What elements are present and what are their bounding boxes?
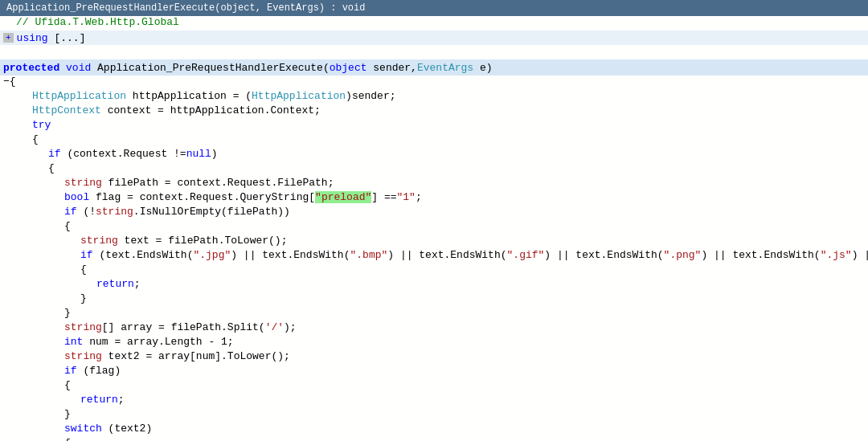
comment-line: // Ufida.T.Web.Http.Global [0,16,868,31]
text-decl: string text = filePath.ToLower(); [0,235,868,249]
string-kw2: string [96,206,133,218]
if-null-check: if (context.Request != null ) [0,148,868,162]
if-kw4: if [64,365,77,377]
string-kw4: string [64,321,102,333]
title-bar: Application_PreRequestHandlerExecute(obj… [0,0,868,16]
comment-text: // Ufida.T.Web.Http.Global [16,16,179,28]
function-header: protected void Application_PreRequestHan… [0,59,868,76]
if-endswith-line: if (text.EndsWith( ".jpg" ) || text.Ends… [0,249,868,263]
close-brace-if2: } [0,307,868,321]
if-filepath-check: if (! string .IsNullOrEmpty(filePath)) [0,206,868,220]
switch-kw: switch [64,423,102,435]
protected-keyword: protected [3,62,59,74]
open-brace-flag: { [0,379,868,394]
object-keyword: object [330,62,367,74]
filepath-decl: string filePath = context.Request.FilePa… [0,177,868,191]
open-brace-if: { [0,162,868,177]
http-ctx-line: HttpContext context = httpApplication.Co… [0,104,868,119]
js-str: ".js" [821,249,852,261]
using-line[interactable]: + using [...] [0,31,868,45]
return1-line: return ; [0,278,868,292]
open-brace-func: −{ [0,76,868,90]
http-app-line: HttpApplication httpApplication = ( Http… [0,90,868,104]
text2-decl: string text2 = array[num].ToLower(); [0,350,868,365]
void-keyword: void [66,62,91,74]
null-kw: null [186,148,211,160]
string-kw5: string [64,350,102,362]
open-brace-if3: { [0,263,868,278]
using-dots: [...] [48,32,86,44]
gif-str: ".gif" [507,249,545,261]
blank-line-1 [0,45,868,59]
try-line: try [0,119,868,133]
return-kw2: return [80,394,118,406]
bool-kw: bool [64,191,89,203]
string-kw3: string [80,235,118,247]
array-decl: string [] array = filePath.Split( '/' ); [0,321,868,336]
flag-decl: bool flag = context.Request.QueryString[… [0,191,868,206]
num-decl: int num = array.Length - 1; [0,336,868,350]
switch-line: switch (text2) [0,423,868,437]
if-kw3: if [80,249,93,261]
one-str: "1" [397,191,416,203]
open-brace-switch: { [0,437,868,441]
using-keyword: using [17,32,48,44]
bmp-str: ".bmp" [350,249,387,261]
close-brace-flag: } [0,408,868,423]
string-kw1: string [64,177,102,189]
close-brace-if3: } [0,292,868,307]
try-keyword: try [32,119,51,131]
httpctx-type: HttpContext [32,104,101,116]
return2-line: return ; [0,394,868,408]
if-kw: if [48,148,61,160]
title-text: Application_PreRequestHandlerExecute(obj… [6,2,365,14]
preload-str: "preload" [315,191,371,203]
if-flag-line: if (flag) [0,365,868,379]
int-kw: int [64,336,83,348]
open-brace-if2: { [0,220,868,235]
code-area: // Ufida.T.Web.Http.Global + using [...]… [0,16,868,441]
expand-using-icon[interactable]: + [3,33,14,43]
open-brace-try: { [0,133,868,148]
if-kw2: if [64,206,77,218]
eventargs-type: EventArgs [417,62,473,74]
jpg-str: ".jpg" [193,249,231,261]
return-kw1: return [96,278,134,290]
slash-char: '/' [265,321,284,333]
httpapp-cast: HttpApplication [252,90,346,102]
httpapp-type: HttpApplication [32,90,126,102]
fold-marker-func[interactable]: −{ [3,76,16,88]
png-str: ".png" [664,249,702,261]
